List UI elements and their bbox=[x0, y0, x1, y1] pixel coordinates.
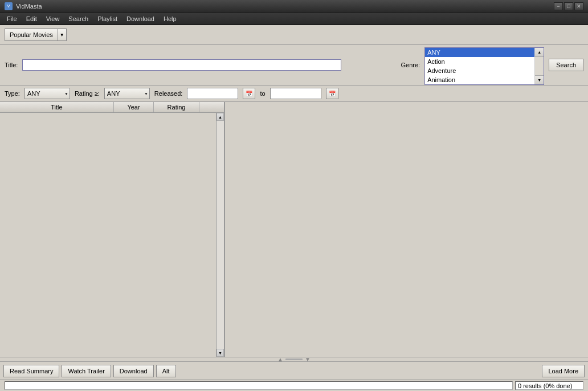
col-rating: Rating bbox=[154, 102, 199, 112]
left-panel: Title Year Rating ▲ ▼ bbox=[0, 102, 225, 357]
status-message bbox=[5, 381, 513, 390]
rating-select[interactable]: ANY bbox=[104, 88, 150, 99]
calendar-from-button[interactable]: 📅 bbox=[243, 88, 255, 99]
menu-view[interactable]: View bbox=[42, 14, 64, 23]
genre-scroll-track bbox=[535, 57, 544, 75]
minimize-button[interactable]: − bbox=[554, 2, 563, 10]
status-results: 0 results (0% done) bbox=[515, 381, 583, 390]
app-icon: V bbox=[5, 2, 13, 10]
search-button[interactable]: Search bbox=[549, 59, 583, 71]
rating-label: Rating ≥: bbox=[75, 90, 100, 97]
close-button[interactable]: ✕ bbox=[574, 2, 583, 10]
menu-edit[interactable]: Edit bbox=[22, 14, 42, 23]
watch-trailer-button[interactable]: Watch Trailer bbox=[62, 365, 111, 377]
title-label: Title: bbox=[5, 62, 18, 68]
window-controls: − □ ✕ bbox=[554, 2, 583, 10]
right-panel bbox=[225, 102, 588, 357]
menu-bar: File Edit View Search Playlist Download … bbox=[0, 13, 588, 25]
split-panel: Title Year Rating ▲ ▼ bbox=[0, 102, 588, 357]
title-bar-left: V VidMasta bbox=[5, 2, 42, 10]
table-body bbox=[0, 113, 216, 343]
read-summary-button[interactable]: Read Summary bbox=[3, 365, 59, 377]
genre-options: ANY Action Adventure Animation bbox=[425, 48, 534, 84]
released-label: Released: bbox=[154, 90, 183, 97]
genre-scroll-down[interactable]: ▼ bbox=[535, 75, 544, 84]
rating-select-wrapper: ANY bbox=[104, 88, 150, 99]
popular-movies-arrow[interactable]: ▼ bbox=[58, 28, 67, 41]
genre-scroll-up[interactable]: ▲ bbox=[535, 48, 544, 57]
maximize-button[interactable]: □ bbox=[564, 2, 573, 10]
type-label: Type: bbox=[5, 90, 20, 97]
genre-option-any[interactable]: ANY bbox=[425, 48, 534, 57]
main-content: Popular Movies ▼ Title: Genre: ANY Actio… bbox=[0, 25, 588, 391]
bottom-action-bar: Read Summary Watch Trailer Download Alt … bbox=[0, 361, 588, 380]
divider-handle bbox=[285, 359, 303, 360]
released-from-input[interactable] bbox=[187, 88, 238, 99]
search-row: Title: Genre: ANY Action Adventure Anima… bbox=[0, 45, 588, 85]
title-input[interactable] bbox=[22, 59, 341, 71]
left-panel-inner: ▲ ▼ bbox=[0, 113, 224, 357]
filter-row: Type: ANY Rating ≥: ANY Released: 📅 to 📅 bbox=[0, 85, 588, 102]
popular-movies-button[interactable]: Popular Movies bbox=[5, 28, 58, 41]
table-header: Title Year Rating bbox=[0, 102, 224, 113]
genre-option-adventure[interactable]: Adventure bbox=[425, 66, 534, 75]
type-select[interactable]: ANY bbox=[24, 88, 70, 99]
menu-help[interactable]: Help bbox=[159, 14, 181, 23]
genre-dropdown-container: ANY Action Adventure Animation ▲ ▼ bbox=[424, 47, 544, 83]
genre-list[interactable]: ANY Action Adventure Animation ▲ ▼ bbox=[424, 47, 544, 85]
load-more-button[interactable]: Load More bbox=[542, 365, 585, 377]
download-button[interactable]: Download bbox=[113, 365, 154, 377]
status-bar: 0 results (0% done) bbox=[0, 380, 588, 391]
genre-scrollbar: ▲ ▼ bbox=[534, 48, 544, 84]
window-title: VidMasta bbox=[16, 3, 42, 10]
table-scrollbar: ▲ ▼ bbox=[216, 113, 224, 357]
toolbar: Popular Movies ▼ bbox=[0, 25, 588, 45]
genre-label: Genre: bbox=[401, 62, 420, 68]
calendar-to-button[interactable]: 📅 bbox=[326, 88, 338, 99]
genre-option-animation[interactable]: Animation bbox=[425, 75, 534, 84]
col-year: Year bbox=[114, 102, 154, 112]
popular-movies-dropdown[interactable]: Popular Movies ▼ bbox=[5, 28, 67, 41]
menu-playlist[interactable]: Playlist bbox=[93, 14, 122, 23]
type-select-wrapper: ANY bbox=[24, 88, 70, 99]
title-bar: V VidMasta − □ ✕ bbox=[0, 0, 588, 13]
bottom-divider: ▲ ▼ bbox=[0, 357, 588, 361]
table-scroll-up[interactable]: ▲ bbox=[217, 113, 224, 121]
table-scroll-down[interactable]: ▼ bbox=[217, 349, 224, 357]
table-scroll-track bbox=[217, 121, 224, 349]
to-label: to bbox=[260, 90, 265, 97]
menu-search[interactable]: Search bbox=[64, 14, 93, 23]
alt-button[interactable]: Alt bbox=[156, 365, 176, 377]
col-title: Title bbox=[0, 102, 114, 112]
released-to-input[interactable] bbox=[270, 88, 321, 99]
menu-file[interactable]: File bbox=[2, 14, 22, 23]
genre-option-action[interactable]: Action bbox=[425, 57, 534, 66]
menu-download[interactable]: Download bbox=[122, 14, 159, 23]
